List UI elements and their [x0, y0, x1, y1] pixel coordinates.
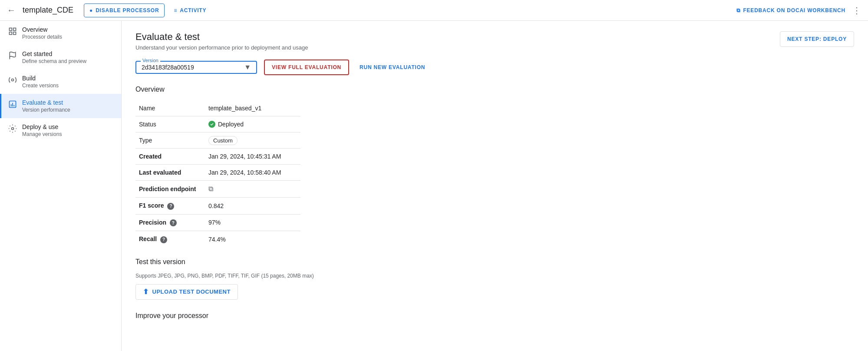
test-title: Test this version: [135, 258, 854, 266]
sidebar-item-overview-text: Overview Processor details: [22, 26, 62, 40]
table-row: Precision ? 97%: [135, 214, 300, 231]
test-section: Test this version Supports JPEG, JPG, PN…: [135, 258, 854, 300]
row-value: Jan 29, 2024, 10:58:40 AM: [205, 165, 300, 181]
row-label: Created: [135, 149, 205, 165]
more-options-button[interactable]: ⋮: [852, 5, 861, 16]
back-button[interactable]: ←: [7, 5, 16, 15]
row-label: Prediction endpoint: [135, 181, 205, 198]
table-row: Last evaluated Jan 29, 2024, 10:58:40 AM: [135, 165, 300, 181]
row-value: Custom: [205, 132, 300, 149]
activity-button[interactable]: ≡ ACTIVITY: [168, 3, 212, 17]
main-content: Evaluate & test Understand your version …: [122, 21, 868, 351]
sidebar-item-overview[interactable]: Overview Processor details: [0, 21, 121, 45]
upload-test-document-button[interactable]: ⬆ UPLOAD TEST DOCUMENT: [135, 284, 238, 300]
row-value: ⧉: [205, 181, 300, 198]
overview-section: Overview Name template_based_v1 Status: [135, 86, 854, 248]
svg-rect-2: [10, 32, 12, 35]
page-subtitle: Understand your version performance prio…: [135, 44, 308, 51]
sidebar-item-get-started[interactable]: Get started Define schema and preview: [0, 45, 121, 70]
table-row: Type Custom: [135, 132, 300, 149]
row-label: Type: [135, 132, 205, 149]
get-started-icon: [8, 51, 17, 62]
sidebar-item-build-text: Build Create versions: [22, 75, 59, 89]
sidebar-item-evaluate-text: Evaluate & test Version performance: [22, 99, 70, 113]
row-value: template_based_v1: [205, 100, 300, 116]
test-subtitle: Supports JPEG, JPG, PNG, BMP, PDF, TIFF,…: [135, 273, 854, 279]
run-new-evaluation-button[interactable]: RUN NEW EVALUATION: [356, 60, 429, 75]
next-step-button[interactable]: NEXT STEP: DEPLOY: [780, 31, 854, 47]
version-selector-wrapper: Version 2d34183f28a00519 ▼: [135, 61, 257, 74]
processor-title: template_CDE: [23, 6, 73, 15]
table-row: F1 score ? 0.842: [135, 198, 300, 215]
sidebar-item-evaluate[interactable]: Evaluate & test Version performance: [0, 94, 121, 118]
precision-help-icon[interactable]: ?: [170, 219, 177, 226]
view-full-evaluation-button[interactable]: VIEW FULL EVALUATION: [264, 60, 349, 75]
upload-icon: ⬆: [143, 288, 149, 296]
deploy-icon: [8, 124, 17, 135]
evaluate-icon: [8, 100, 17, 111]
sidebar-item-get-started-text: Get started Define schema and preview: [22, 50, 86, 64]
row-value: Jan 29, 2024, 10:45:31 AM: [205, 149, 300, 165]
overview-table: Name template_based_v1 Status Deployed: [135, 100, 300, 248]
disable-icon: ●: [89, 7, 93, 13]
row-value: 74.4%: [205, 231, 300, 248]
f1-help-icon[interactable]: ?: [167, 203, 174, 210]
table-row: Recall ? 74.4%: [135, 231, 300, 248]
topbar: ← template_CDE ● DISABLE PROCESSOR ≡ ACT…: [0, 0, 868, 21]
sidebar-item-deploy-text: Deploy & use Manage versions: [22, 123, 62, 137]
status-text: Deployed: [218, 121, 244, 128]
row-label: Last evaluated: [135, 165, 205, 181]
row-value: 0.842: [205, 198, 300, 215]
page-header: Evaluate & test Understand your version …: [135, 31, 854, 51]
feedback-button[interactable]: ⧉ FEEDBACK ON DOCAI WORKBENCH: [736, 7, 845, 13]
build-icon: [8, 76, 17, 86]
version-row: Version 2d34183f28a00519 ▼ VIEW FULL EVA…: [135, 60, 854, 75]
sidebar-item-deploy[interactable]: Deploy & use Manage versions: [0, 118, 121, 142]
svg-point-10: [12, 128, 14, 130]
version-select[interactable]: 2d34183f28a00519: [142, 64, 241, 71]
row-value: Deployed: [205, 116, 300, 132]
row-value: 97%: [205, 214, 300, 231]
table-row: Created Jan 29, 2024, 10:45:31 AM: [135, 149, 300, 165]
improve-title: Improve your processor: [135, 312, 854, 320]
overview-icon: [8, 27, 17, 38]
copy-icon[interactable]: ⧉: [208, 185, 213, 192]
svg-rect-3: [13, 32, 16, 35]
table-row: Prediction endpoint ⧉: [135, 181, 300, 198]
svg-point-5: [12, 79, 14, 81]
table-row: Status Deployed: [135, 116, 300, 132]
recall-help-icon[interactable]: ?: [160, 236, 167, 243]
chevron-down-icon: ▼: [244, 63, 251, 71]
status-deployed-icon: [208, 121, 215, 128]
activity-icon: ≡: [174, 7, 177, 13]
row-label: Status: [135, 116, 205, 132]
status-badge: Deployed: [208, 121, 297, 128]
row-label: Recall ?: [135, 231, 205, 248]
row-label: Precision ?: [135, 214, 205, 231]
row-label: F1 score ?: [135, 198, 205, 215]
svg-rect-1: [13, 28, 16, 31]
version-label: Version: [141, 58, 160, 63]
svg-rect-0: [10, 28, 12, 31]
row-label: Name: [135, 100, 205, 116]
sidebar: Overview Processor details Get started D…: [0, 21, 122, 351]
main-layout: Overview Processor details Get started D…: [0, 21, 868, 351]
overview-title: Overview: [135, 86, 854, 93]
sidebar-item-build[interactable]: Build Create versions: [0, 70, 121, 94]
improve-section: Improve your processor: [135, 312, 854, 320]
feedback-icon: ⧉: [736, 7, 741, 13]
page-title: Evaluate & test: [135, 31, 308, 43]
disable-processor-button[interactable]: ● DISABLE PROCESSOR: [84, 3, 165, 17]
table-row: Name template_based_v1: [135, 100, 300, 116]
type-chip: Custom: [208, 136, 238, 145]
page-header-text: Evaluate & test Understand your version …: [135, 31, 308, 51]
